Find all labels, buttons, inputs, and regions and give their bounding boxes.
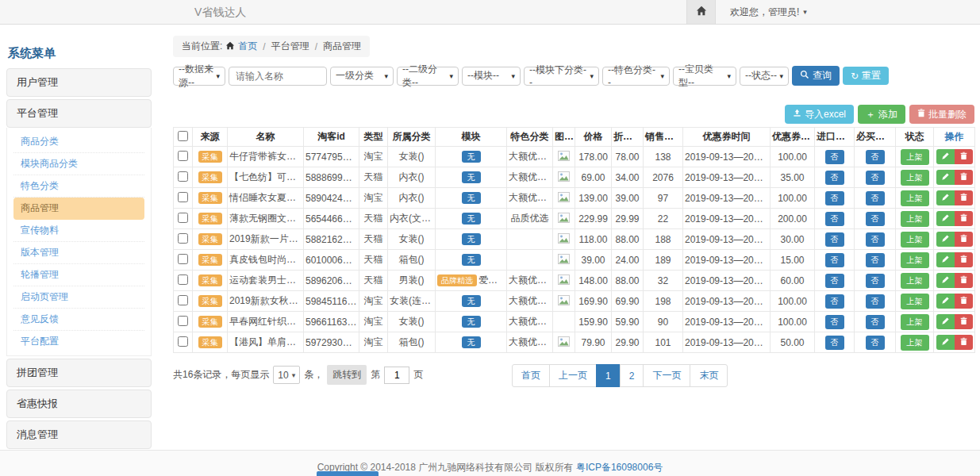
sidebar-item[interactable]: 启动页管理 [13, 286, 144, 309]
import-excel-button[interactable]: 导入excel [785, 105, 854, 124]
import-select-toggle[interactable]: 否 [825, 191, 844, 205]
page-button-1[interactable]: 1 [596, 364, 621, 387]
row-checkbox[interactable] [178, 254, 188, 264]
sidebar-group-2[interactable]: 平台管理 [6, 99, 152, 128]
must-buy-toggle[interactable]: 否 [866, 253, 885, 267]
must-buy-toggle[interactable]: 否 [866, 274, 885, 288]
must-buy-toggle[interactable]: 否 [866, 171, 885, 185]
filter-select-level2-category[interactable]: --二级分类--▾ [397, 67, 459, 86]
status-button[interactable]: 上架 [901, 149, 929, 165]
edit-button[interactable] [936, 294, 955, 309]
batch-delete-button[interactable]: 批量删除 [909, 105, 974, 124]
import-select-toggle[interactable]: 否 [825, 212, 844, 226]
home-button[interactable] [686, 0, 716, 24]
import-select-toggle[interactable]: 否 [825, 274, 844, 288]
breadcrumb-home-link[interactable]: 首页 [238, 40, 257, 53]
select-all-checkbox[interactable] [178, 131, 188, 141]
must-buy-toggle[interactable]: 否 [866, 150, 885, 164]
edit-button[interactable] [936, 232, 955, 247]
page-jump-input[interactable] [384, 367, 409, 384]
row-checkbox[interactable] [178, 295, 188, 305]
import-select-toggle[interactable]: 否 [825, 171, 844, 185]
sidebar-group-4[interactable]: 省惠快报 [6, 390, 152, 418]
edit-button[interactable] [936, 335, 955, 350]
filter-select-module[interactable]: --模块--▾ [462, 67, 521, 86]
row-checkbox[interactable] [178, 192, 188, 202]
sidebar-item[interactable]: 版本管理 [13, 242, 144, 264]
must-buy-toggle[interactable]: 否 [866, 212, 885, 226]
filter-select-status[interactable]: --状态--▾ [740, 67, 789, 86]
sidebar-item[interactable]: 轮播管理 [13, 264, 144, 286]
delete-button[interactable] [955, 232, 973, 247]
import-select-toggle[interactable]: 否 [825, 150, 844, 164]
edit-button[interactable] [936, 190, 955, 205]
delete-button[interactable] [955, 211, 973, 226]
page-button-末页[interactable]: 末页 [690, 364, 728, 387]
filter-select-module-subcategory[interactable]: --模块下分类--▾ [524, 67, 599, 86]
per-page-select[interactable]: 10 ▾ [273, 366, 300, 384]
status-button[interactable]: 上架 [901, 232, 929, 248]
icp-link[interactable]: 粤ICP备16098006号 [576, 462, 663, 473]
row-checkbox[interactable] [178, 171, 188, 182]
status-button[interactable]: 上架 [901, 211, 929, 227]
delete-button[interactable] [955, 294, 973, 309]
sidebar-group-3[interactable]: 拼团管理 [6, 359, 152, 387]
status-button[interactable]: 上架 [901, 273, 929, 289]
sidebar-item[interactable]: 特色分类 [13, 175, 144, 198]
import-select-toggle[interactable]: 否 [825, 294, 844, 309]
edit-button[interactable] [936, 252, 955, 267]
page-button-首页[interactable]: 首页 [512, 364, 550, 387]
filter-select-feature-category[interactable]: --特色分类--▾ [602, 67, 670, 86]
import-select-toggle[interactable]: 否 [825, 232, 844, 247]
status-button[interactable]: 上架 [901, 335, 929, 351]
sidebar-item[interactable]: 意见反馈 [13, 309, 144, 331]
sidebar-item[interactable]: 宣传物料 [13, 220, 144, 242]
reset-button[interactable]: ↻ 重置 [843, 67, 889, 85]
must-buy-toggle[interactable]: 否 [866, 191, 885, 205]
sidebar-group-1[interactable]: 用户管理 [6, 68, 152, 97]
search-button[interactable]: 查询 [792, 66, 840, 86]
page-button-下一页[interactable]: 下一页 [643, 364, 690, 387]
edit-button[interactable] [936, 211, 955, 226]
import-select-toggle[interactable]: 否 [825, 315, 844, 329]
sidebar-item[interactable]: 模块商品分类 [13, 153, 144, 175]
edit-button[interactable] [936, 273, 955, 288]
delete-button[interactable] [955, 335, 973, 350]
sidebar-item[interactable]: 商品分类 [13, 131, 144, 153]
row-checkbox[interactable] [178, 316, 188, 326]
must-buy-toggle[interactable]: 否 [866, 336, 885, 350]
delete-button[interactable] [955, 273, 973, 288]
delete-button[interactable] [955, 149, 973, 164]
edit-button[interactable] [936, 314, 955, 329]
delete-button[interactable] [955, 170, 973, 185]
delete-button[interactable] [955, 190, 973, 205]
row-checkbox[interactable] [178, 274, 188, 285]
page-button-2[interactable]: 2 [620, 364, 644, 387]
row-checkbox[interactable] [178, 151, 188, 161]
import-select-toggle[interactable]: 否 [825, 253, 844, 267]
must-buy-toggle[interactable]: 否 [866, 315, 885, 329]
sidebar-item[interactable]: 商品管理 [13, 198, 144, 220]
edit-button[interactable] [936, 170, 955, 185]
filter-select-level1-category[interactable]: 一级分类▾ [330, 67, 394, 86]
page-button-上一页[interactable]: 上一页 [549, 364, 597, 387]
jump-button[interactable]: 跳转到 [327, 365, 367, 385]
must-buy-toggle[interactable]: 否 [866, 294, 885, 309]
import-select-toggle[interactable]: 否 [825, 336, 844, 350]
row-checkbox[interactable] [178, 213, 188, 223]
status-button[interactable]: 上架 [901, 314, 929, 330]
filter-select-item-type[interactable]: --宝贝类型--▾ [673, 67, 736, 86]
edit-button[interactable] [936, 149, 955, 164]
row-checkbox[interactable] [178, 233, 188, 244]
status-button[interactable]: 上架 [901, 294, 929, 309]
status-button[interactable]: 上架 [901, 190, 929, 206]
add-button[interactable]: ＋ 添加 [858, 105, 905, 124]
filter-select-source[interactable]: --数据来源--▾ [173, 67, 225, 86]
delete-button[interactable] [955, 252, 973, 267]
name-input[interactable] [229, 67, 327, 86]
row-checkbox[interactable] [178, 336, 188, 347]
status-button[interactable]: 上架 [901, 252, 929, 268]
must-buy-toggle[interactable]: 否 [866, 232, 885, 247]
user-menu[interactable]: 欢迎您，管理员! ▾ [730, 6, 807, 19]
status-button[interactable]: 上架 [901, 170, 929, 186]
